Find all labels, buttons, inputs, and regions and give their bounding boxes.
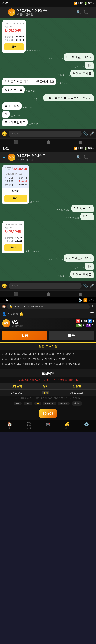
chat-header-2: ← VS VS고객센터(사칭주 최근에 접속함 🔍 📞 ⋮ (0, 152, 96, 163)
msg-row-8: 예 오후 7:47 (2, 110, 94, 118)
bubble-7: 텔레그램방 (2, 102, 22, 110)
balance-value: 500,000 (16, 39, 24, 42)
msg-time-2-1: ✓✓ 오후 7:34 (56, 208, 70, 211)
receipt-row-3a: 입금금액 500,000 (4, 236, 22, 239)
bottom-nav-withdraw[interactable]: 💰 출금 (65, 422, 70, 430)
msg-row-5: 뭐하시는거죠 오후 7:41 (2, 86, 94, 93)
receipt-total-label: 입금금액 (4, 167, 13, 171)
coo-text: CoO (43, 411, 53, 416)
bottom-nav-support[interactable]: 🎧 고객 (26, 422, 32, 430)
wifi-icon: 📶 (83, 298, 87, 302)
attach-button-1[interactable]: 📎 (83, 131, 88, 136)
receipt-card-3: 2024.05.22 19:18:48 이체금액 3,405,800원 입금금액… (2, 221, 24, 254)
nav-home-1[interactable]: ⬤ (47, 140, 50, 144)
section-title-notice: 환전 주의사항 (0, 342, 96, 350)
balance-label: 잔액금액 (4, 39, 13, 42)
casino-sub: NO.1 MAJOR (12, 325, 23, 327)
bubble-2-3: 이거보내란거예요? (64, 254, 94, 262)
val-3b: 500,000 (15, 240, 22, 242)
nav-recent-1[interactable]: ▣ (79, 140, 82, 144)
mic-button-2[interactable]: 🎤 (89, 283, 94, 288)
web-screen: 7:26 📡 📶 87% 🏠 🔒 mm-hc.com/?cody=withdra… (0, 297, 96, 432)
home-nav-label: 홈 (8, 427, 11, 430)
emoji-button-2[interactable]: 😊 (2, 283, 7, 288)
deposit-button[interactable]: 입금 (2, 331, 48, 340)
credit-cm-value: 0 (83, 324, 85, 327)
bubble-text-7: 텔레그램방 (4, 104, 19, 108)
network-icon-2: 📶 (74, 147, 77, 150)
confirm-button-1[interactable]: 확인 (4, 43, 24, 50)
web-time: 7:26 (2, 298, 8, 302)
badge-cm: CM (76, 324, 83, 327)
logo-lightning: ⚡ (34, 402, 41, 406)
menu-icon-2[interactable]: ⋮ (90, 155, 94, 160)
logo-evoplay: evoplay (58, 402, 69, 406)
home-button[interactable]: 🏠 (2, 305, 6, 308)
msg-row-2: ✓✓ 오후 7:39 네? (2, 62, 94, 69)
msg-row-2-2: ✓✓ 오후 7:36 맨위가 (2, 213, 94, 220)
notice-2: 2. 각 은행 점검 시간으로 인해 출금이 제한될 수가 있습니다. (2, 357, 94, 361)
address-bar: 🏠 🔒 mm-hc.com/?cody=withdra ⋮ (0, 303, 96, 310)
user-icon: 👤 (2, 312, 6, 316)
bubble-text-2-3: 이거보내란거예요? (66, 256, 92, 260)
back-button-1[interactable]: ← (2, 10, 6, 14)
chat-input-bar-1: 😊 📎 🎤 (0, 129, 96, 138)
casino-logo-info: VS NO.1 MAJOR (12, 320, 23, 327)
hamburger-icon[interactable]: ☰ (90, 312, 94, 316)
browser-menu-button[interactable]: ⋮ (91, 305, 94, 308)
mic-button-1[interactable]: 🎤 (89, 131, 94, 136)
msg-time-2-2: ✓✓ 오후 7:36 (65, 217, 80, 220)
emoji-button-1[interactable]: 😊 (2, 131, 7, 136)
receipt-body-2: 박현원 확인 (2, 188, 29, 204)
bubble-text-9: 도배해드릴게요 (4, 120, 26, 124)
msg-row-receipt-1: 2024.05.22 19:18:48 이체금액 3,405,800원 입금금액… (2, 20, 94, 52)
bubble-text-2-5: 답장좀 주세요 (73, 273, 92, 276)
attach-button-2[interactable]: 📎 (83, 283, 88, 288)
bottom-nav-settings[interactable]: ⚙️ (84, 422, 89, 430)
receipt-time-3: 오후 7:38 ✓✓ (25, 250, 40, 253)
status-icons-2: 📶 LTE 🔋 83% (74, 147, 94, 150)
msg-row-4: 환전도안되고 아이디는 안들어가지고 오후 7:41 (2, 78, 94, 85)
msg-time-1: ✓✓ 오후 7:38 (49, 57, 63, 60)
nav-home-2[interactable]: ⬤ (47, 292, 50, 296)
bubble-text-2-1: 여기있습니다 (74, 207, 92, 210)
chat-header-actions-2: 🔍 📞 ⋮ (77, 155, 94, 160)
message-input-1[interactable] (8, 130, 82, 137)
coo-badge: CoO (39, 409, 57, 418)
address-box[interactable]: 🔒 mm-hc.com/?cody=withdra (7, 304, 90, 309)
receipt-date: 2024.05.22 19:18:48 (4, 22, 24, 25)
msg-time-9: 오후 7:47 (29, 122, 38, 125)
nav-back-1[interactable]: ⬛ (14, 140, 18, 144)
bubble-3: 답장좀 주세요 (70, 70, 94, 77)
bubble-2-2: 맨위가 (80, 213, 94, 220)
nav-back-2[interactable]: ⬛ (14, 292, 18, 296)
confirm-button-3[interactable]: 확인 (4, 244, 22, 251)
row-val-2a: 일반이체 (18, 176, 27, 179)
back-button-2[interactable]: ← (2, 155, 6, 160)
search-icon-1[interactable]: 🔍 (77, 10, 81, 14)
confirm-button-2[interactable]: 확인 (4, 195, 27, 202)
msg-time-6: ✓ 오후 7:42 (31, 98, 43, 101)
receipt-name: 박현원 (4, 189, 27, 193)
signal-text-2: LTE (78, 147, 83, 150)
receipt-label-3: 이체금액 (4, 226, 22, 229)
withdraw-button[interactable]: 출금 (48, 331, 94, 340)
bottom-nav-home[interactable]: 🏠 홈 (7, 422, 12, 430)
credit-cp-value: 0 (92, 324, 93, 327)
credits-row-2: CM 0 CP 0 (76, 324, 93, 327)
nav-recent-2[interactable]: ▣ (79, 292, 82, 296)
call-icon-2[interactable]: 📞 (83, 155, 88, 160)
withdraw-nav-label: 출금 (65, 427, 69, 430)
credits-panel: M 1,000 P 0 CM 0 CP 0 (76, 320, 94, 327)
bubble-text-5: 뭐하시는거죠 (4, 88, 22, 91)
search-icon-2[interactable]: 🔍 (77, 155, 81, 160)
bubble-text-2: 네? (87, 64, 92, 67)
call-icon-1[interactable]: 📞 (83, 10, 88, 14)
divider-2 (4, 172, 27, 172)
bottom-nav-game[interactable]: 🎮 (46, 422, 51, 430)
menu-icon-1[interactable]: ⋮ (90, 10, 94, 14)
bubble-5: 뭐하시는거죠 (2, 86, 25, 93)
message-input-2[interactable] (8, 282, 82, 289)
col-date: 신청일 (58, 383, 96, 390)
register-label: 주주청청 (7, 312, 18, 316)
